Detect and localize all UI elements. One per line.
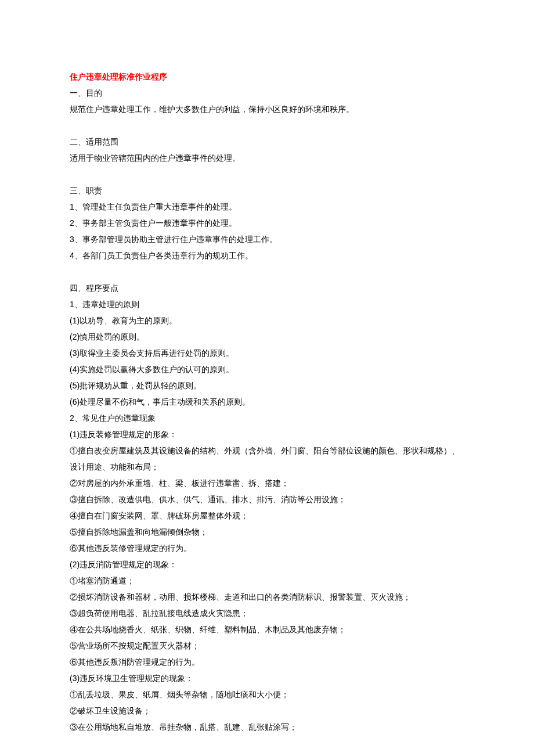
list-item: ①乱丢垃圾、果皮、纸屑、烟头等杂物，随地吐痰和大小便； [70,686,464,703]
list-item: 3、事务部管理员协助主管进行住户违章事件的处理工作。 [70,231,464,247]
list-item: (4)实施处罚以赢得大多数住户的认可的原则。 [70,361,464,377]
list-item: ⑥其他违反叛消防管理规定的行为。 [70,654,464,670]
spacer [70,166,464,182]
subsection-heading: 1、违章处理的原则 [70,296,464,312]
list-item: 1、管理处主任负责住户重大违章事件的处理。 [70,199,464,215]
spacer [70,117,464,134]
list-item: (3)取得业主委员会支持后再进行处罚的原则。 [70,345,464,361]
document-page: 住户违章处理标准作业程序 一、目的 规范住户违章处理工作，维护大多数住户的利益，… [0,0,534,756]
list-item: ③在公用场地私自堆放、吊挂杂物，乱搭、乱建、乱张贴涂写； [70,719,464,735]
list-item: ②损坏消防设备和器材，动用、损坏楼梯、走道和出口的各类消防标识、报警装置、灭火设… [70,589,464,605]
list-item: ②破坏卫生设施设备； [70,703,464,719]
list-item: (2)慎用处罚的原则。 [70,329,464,345]
list-item: ⑥其他违反装修管理规定的行为。 [70,540,464,556]
list-item: (5)批评规劝从重，处罚从轻的原则。 [70,377,464,394]
section-heading: 四、程序要点 [70,280,464,296]
sub-subsection-heading: (3)违反环境卫生管理规定的现象： [70,670,464,686]
list-item: 2、事务部主管负责住户一般违章事件的处理。 [70,215,464,231]
subsection-heading: 2、常见住户的违章现象 [70,410,464,426]
sub-subsection-heading: (1)违反装修管理规定的形象： [70,426,464,442]
list-item: ④在公共场地烧香火、纸张、织物、纤维、塑料制品、木制品及其他废弃物； [70,621,464,638]
list-item: ③超负荷使用电器、乱拉乱接电线造成火灾隐患； [70,605,464,621]
list-item: ⑤擅自拆除地漏盖和向地漏倾倒杂物； [70,524,464,540]
document-title: 住户违章处理标准作业程序 [70,69,464,85]
section-heading: 二、适用范围 [70,134,464,150]
section-heading: 三、职责 [70,182,464,199]
list-item: ②对房屋的内外承重墙、柱、梁、板进行违章凿、拆、搭建； [70,475,464,491]
list-item: 4、各部门员工负责住户各类违章行为的规劝工作。 [70,247,464,264]
list-item: ⑤营业场所不按规定配置灭火器材； [70,638,464,654]
list-item: ①堵塞消防通道； [70,573,464,589]
body-text: 规范住户违章处理工作，维护大多数住户的利益，保持小区良好的环境和秩序。 [70,101,464,117]
list-item: ③擅自拆除、改造供电、供水、供气、通讯、排水、排污、消防等公用设施； [70,491,464,507]
body-text: 适用于物业管辖范围内的住户违章事件的处理。 [70,150,464,166]
list-item: ④擅自在门窗安装网、罩、牌破坏房屋整体外观； [70,507,464,524]
sub-subsection-heading: (2)违反消防管理规定的现象： [70,556,464,573]
list-item: ①擅自改变房屋建筑及其设施设备的结构、外观（含外墙、外门窗、阳台等部位设施的颜色… [70,442,464,475]
section-heading: 一、目的 [70,85,464,101]
list-item: (6)处理尽量不伤和气，事后主动缓和关系的原则。 [70,394,464,410]
list-item: (1)以劝导、教育为主的原则。 [70,312,464,329]
spacer [70,264,464,280]
